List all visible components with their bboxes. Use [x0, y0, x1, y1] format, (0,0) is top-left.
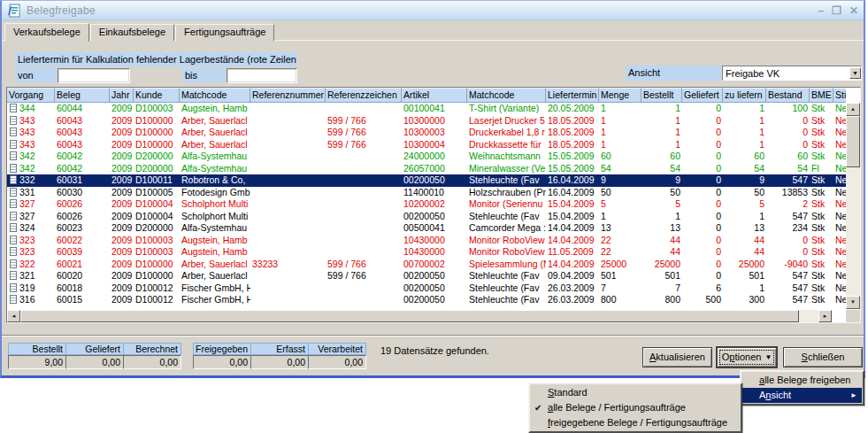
table-cell: [326, 294, 402, 306]
table-cell: 00500041: [402, 222, 467, 235]
header-cell-referenzzeichen[interactable]: Referenzzeichen: [326, 88, 402, 103]
table-row[interactable]: 321600202009D100000Arber, Sauerlacl599 /…: [7, 270, 846, 282]
table-cell: [326, 187, 402, 199]
table-cell: 60015: [55, 294, 110, 306]
header-cell-bme[interactable]: BME: [810, 88, 833, 103]
aktualisieren-button[interactable]: Aktualisieren: [642, 347, 712, 367]
header-cell-liefertermin[interactable]: Liefertermin: [546, 88, 599, 103]
table-cell: [250, 187, 326, 199]
table-row[interactable]: 327600262009D100004Scholphort Multi00200…: [7, 211, 846, 223]
header-cell-beleg[interactable]: Beleg: [55, 88, 110, 103]
table-cell: [326, 246, 402, 259]
header-cell-menge[interactable]: Menge: [599, 88, 641, 103]
table-cell: Stk: [810, 127, 833, 139]
scroll-down-icon[interactable]: ▼: [846, 296, 860, 309]
close-icon[interactable]: ✕: [849, 4, 858, 17]
table-cell: [326, 174, 402, 187]
table-cell: Stk: [810, 246, 833, 259]
header-cell-bestand[interactable]: Bestand: [766, 88, 810, 103]
table-cell: Spielesammlung (N: [467, 259, 546, 271]
tab-fertigungsaufträge[interactable]: Fertigungsaufträge: [175, 24, 274, 41]
header-cell-st-c[interactable]: Stüc: [833, 88, 846, 103]
h-scroll-track[interactable]: [799, 310, 818, 322]
table-row[interactable]: 322600212009D100000Arber, Sauerlacl33233…: [7, 259, 846, 271]
ansicht-select[interactable]: Freigabe VK ▼: [722, 66, 862, 81]
table-cell: [326, 103, 402, 115]
table-row[interactable]: 324600232009D200000Alfa-Systemhau0050004…: [7, 222, 846, 235]
table-row[interactable]: 343600432009D100000Arber, Sauerlacl599 /…: [7, 115, 846, 128]
document-icon: [10, 104, 17, 112]
table-cell: 1: [641, 127, 682, 139]
scroll-right-icon[interactable]: ►: [818, 310, 832, 322]
tab-verkaufsbelege[interactable]: Verkaufsbelege: [4, 23, 89, 42]
document-icon: [10, 151, 17, 160]
table-row[interactable]: 343600432009D100000Arber, Sauerlacl599 /…: [7, 127, 846, 139]
table-row[interactable]: 319600182009D100012Fischer GmbH, H002000…: [7, 282, 846, 295]
vertical-scrollbar[interactable]: ▲ ▼: [846, 103, 860, 309]
table-cell: Monitor RoboView: [467, 235, 546, 247]
header-cell-referenznummer[interactable]: Referenznummer: [250, 88, 326, 103]
table-row[interactable]: 342600422009D200000Alfa-Systemhau2605700…: [7, 163, 846, 175]
table-cell: Nei: [833, 259, 846, 271]
table-cell: Stk: [810, 139, 833, 151]
table-row[interactable]: 343600432009D100000Arber, Sauerlacl599 /…: [7, 139, 846, 151]
minimize-button[interactable]: –: [818, 4, 824, 17]
menu-item-ansicht[interactable]: Ansicht►: [742, 388, 862, 403]
table-cell: D100004: [134, 198, 180, 211]
von-input[interactable]: [58, 68, 130, 83]
table-row[interactable]: 332600312009D100011Robotron & Co,0020005…: [7, 174, 846, 187]
header-cell-kunde[interactable]: Kunde: [134, 88, 180, 103]
menu-item-alle-belege-fertigungsauftr-ge[interactable]: ✔alle Belege / Fertigungsaufträge: [531, 400, 740, 415]
table-row[interactable]: 342600422009D200000Alfa-Systemhau2400000…: [7, 151, 846, 163]
table-cell: [250, 198, 326, 211]
chevron-down-icon[interactable]: ▼: [849, 67, 861, 79]
header-cell-zu-liefern[interactable]: zu liefern: [723, 88, 766, 103]
h-scroll-thumb[interactable]: [20, 310, 799, 322]
horizontal-scrollbar[interactable]: ◄ ►: [7, 310, 832, 322]
menu-item-standard[interactable]: Standard: [531, 385, 740, 400]
schliessen-button[interactable]: Schließen: [783, 347, 863, 367]
table-cell: 1: [723, 282, 766, 295]
header-cell-vorgang[interactable]: Vorgang: [7, 88, 55, 103]
header-cell-bestellt[interactable]: Bestellt: [641, 88, 682, 103]
document-icon: [10, 247, 17, 256]
bis-input[interactable]: [227, 68, 297, 83]
table-cell: 54: [766, 163, 810, 175]
table-cell: Fischer GmbH, H: [180, 282, 250, 295]
table-cell: 15.04.2009: [546, 211, 599, 223]
maximize-button[interactable]: ❐: [832, 4, 841, 17]
menu-item-alle-belege-freigeben[interactable]: alle Belege freigeben: [742, 373, 862, 388]
table-cell: Fl: [810, 163, 833, 175]
table-row[interactable]: 316600152009D100012Fischer GmbH, H002000…: [7, 294, 846, 306]
table-cell: 1: [599, 211, 641, 223]
table-cell: 0: [766, 127, 810, 139]
scroll-up-icon[interactable]: ▲: [846, 103, 860, 116]
table-row[interactable]: 323600222009D100003Augstein, Hamb1043000…: [7, 235, 846, 247]
table-cell: 2009: [110, 259, 134, 271]
table-row[interactable]: 327600262009D100004Scholphort Multi10200…: [7, 198, 846, 211]
header-cell-artikel[interactable]: Artikel: [402, 88, 467, 103]
scroll-left-icon[interactable]: ◄: [7, 310, 20, 322]
summary-value-freigegeben: 0,00: [193, 355, 251, 369]
table-cell: 25000: [599, 259, 641, 271]
table-cell: 0: [682, 103, 723, 115]
v-scroll-thumb[interactable]: [846, 116, 860, 167]
table-cell: Arber, Sauerlacl: [180, 270, 250, 282]
table-row[interactable]: 323600392009D100003Augstein, Hamb1043000…: [7, 246, 846, 259]
header-cell-geliefert[interactable]: Geliefert: [682, 88, 723, 103]
table-cell: Holzschrauben (Pr: [467, 187, 546, 199]
table-row[interactable]: 344600442009D100003Augstein, Hamb0010004…: [7, 103, 846, 115]
table-cell: 54: [723, 163, 766, 175]
table-cell: [250, 115, 326, 128]
table-cell: D100011: [134, 174, 180, 187]
document-icon: [10, 199, 17, 208]
header-cell-matchcode[interactable]: Matchcode: [467, 88, 546, 103]
header-cell-matchcode[interactable]: Matchcode: [180, 88, 250, 103]
table-cell: Laserjet Drucker 5: [467, 115, 546, 128]
tab-einkaufsbelege[interactable]: Einkaufsbelege: [90, 24, 174, 41]
optionen-button[interactable]: Optionen▼: [717, 347, 777, 367]
header-cell-jahr[interactable]: Jahr: [110, 88, 134, 103]
table-cell: [250, 163, 326, 175]
table-row[interactable]: 331600302009D100005Fotodesign Gmb1140001…: [7, 187, 846, 199]
menu-item-freigegebene-belege-fertigungsauftr-ge[interactable]: freigegebene Belege / Fertigungsaufträge: [531, 415, 740, 430]
